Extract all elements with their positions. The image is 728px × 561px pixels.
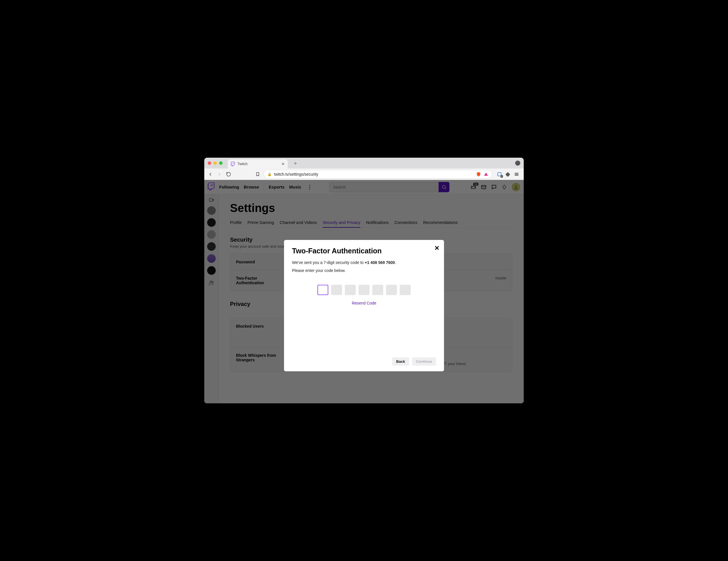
nav-back-button[interactable] [207, 171, 213, 177]
modal-phone-number: +1 408 569 7600 [365, 260, 395, 265]
modal-close-icon[interactable]: ✕ [434, 245, 439, 252]
lock-icon: 🔒 [267, 172, 272, 176]
browser-tab-strip: Twitch ✕ ＋ [204, 158, 524, 169]
back-button[interactable]: Back [392, 357, 409, 366]
browser-tab[interactable]: Twitch ✕ [228, 159, 288, 169]
browser-tab-title: Twitch [237, 162, 247, 166]
window-zoom-button[interactable] [219, 161, 223, 165]
browser-menu-icon[interactable] [514, 172, 519, 177]
brave-shields-icon[interactable] [476, 172, 481, 177]
nav-reload-button[interactable] [225, 171, 232, 177]
tab-close-icon[interactable]: ✕ [281, 162, 285, 166]
modal-title: Two-Factor Authentication [292, 247, 436, 255]
bookmark-icon[interactable] [255, 171, 261, 177]
code-digit-5[interactable] [372, 285, 383, 295]
twitch-favicon-icon [231, 162, 235, 166]
window-controls [208, 161, 223, 165]
modal-overlay[interactable]: ✕ Two-Factor Authentication We've sent y… [204, 180, 524, 403]
profile-indicator-icon[interactable] [515, 161, 520, 166]
code-digit-7[interactable] [400, 285, 411, 295]
brave-rewards-icon[interactable] [483, 172, 489, 177]
nav-forward-button[interactable] [216, 171, 223, 177]
window-close-button[interactable] [208, 161, 211, 165]
code-digit-6[interactable] [386, 285, 397, 295]
code-input-group [292, 285, 436, 295]
window-minimize-button[interactable] [213, 161, 217, 165]
modal-sent-suffix: . [395, 260, 396, 265]
code-digit-2[interactable] [331, 285, 342, 295]
two-factor-modal: ✕ Two-Factor Authentication We've sent y… [284, 240, 444, 371]
modal-sent-line: We've sent you a 7-digit security code t… [292, 260, 436, 265]
url-bar[interactable]: 🔒 twitch.tv/settings/security [264, 170, 492, 179]
code-digit-1[interactable] [317, 285, 328, 295]
url-text: twitch.tv/settings/security [274, 172, 318, 177]
page-content: Following Browse Esports Music ⋮ 54 [204, 180, 524, 403]
svg-marker-0 [484, 173, 488, 176]
extensions-menu-icon[interactable] [505, 172, 511, 177]
continue-button[interactable]: Continue [412, 357, 436, 366]
code-digit-4[interactable] [359, 285, 369, 295]
modal-sent-prefix: We've sent you a 7-digit security code t… [292, 260, 365, 265]
resend-code-link[interactable]: Resend Code [292, 301, 436, 305]
extension-icon[interactable]: 1 [497, 172, 502, 177]
browser-window: Twitch ✕ ＋ 🔒 twitch.tv/settings/security [204, 158, 524, 403]
browser-toolbar: 🔒 twitch.tv/settings/security 1 [204, 169, 524, 180]
modal-instruction: Please enter your code below. [292, 268, 436, 273]
new-tab-button[interactable]: ＋ [290, 160, 301, 167]
code-digit-3[interactable] [345, 285, 356, 295]
